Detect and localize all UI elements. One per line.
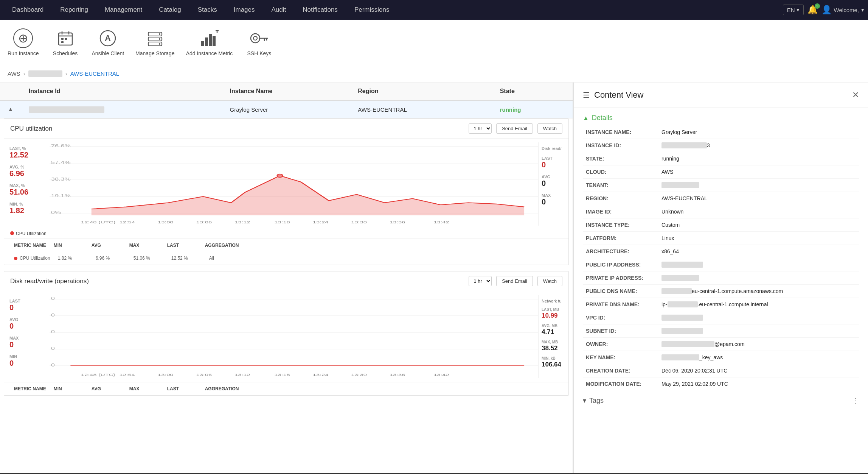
cpu-footer-values: CPU Utilization 1.82 % 6.96 % 51.06 % 12… bbox=[4, 252, 568, 265]
disk-min-value: 0 bbox=[9, 359, 44, 368]
svg-text:12:48 (UTC): 12:48 (UTC) bbox=[81, 373, 115, 377]
breadcrumb-account[interactable]: account bbox=[28, 70, 62, 77]
menu-list-icon: ☰ bbox=[583, 90, 590, 100]
nav-management[interactable]: Management bbox=[96, 0, 151, 20]
disk-avg-partial: AVG 0 bbox=[542, 175, 565, 188]
svg-text:13:42: 13:42 bbox=[433, 373, 449, 377]
disk-partial-title: Disk read/ bbox=[542, 146, 565, 151]
col-instance-id: Instance Id bbox=[21, 83, 222, 100]
cv-header: ☰ Content View ✕ bbox=[574, 83, 868, 108]
tags-more-button[interactable]: ⋮ bbox=[852, 396, 859, 405]
ansible-label: Ansible Client bbox=[92, 50, 124, 56]
svg-point-12 bbox=[159, 33, 160, 35]
cv-field-private-dns: PRIVATE DNS NAME: ip-redacted.eu-central… bbox=[583, 298, 859, 311]
cpu-avg-stat: AVG, % 6.96 bbox=[9, 165, 44, 178]
disk-metric-card: Disk read/write (operations) 1 hr Send E… bbox=[4, 271, 569, 396]
svg-text:13:00: 13:00 bbox=[158, 373, 174, 377]
instance-id-cell: i-xxxxxxxxxx bbox=[21, 100, 222, 118]
cpu-max-stat: MAX, % 51.06 bbox=[9, 183, 44, 196]
svg-point-13 bbox=[159, 38, 160, 40]
expand-icon[interactable]: ▲ bbox=[8, 106, 14, 112]
ssh-keys-button[interactable]: SSH Keys bbox=[244, 28, 274, 56]
cpu-timeframe-select[interactable]: 1 hr bbox=[469, 123, 492, 134]
cv-field-cloud: CLOUD: AWS bbox=[583, 165, 859, 179]
cpu-send-email-button[interactable]: Send Email bbox=[496, 123, 533, 134]
cv-field-value: Linux bbox=[658, 232, 859, 245]
top-nav: Dashboard Reporting Management Catalog S… bbox=[0, 0, 868, 20]
svg-text:13:06: 13:06 bbox=[196, 220, 212, 225]
cv-field-value: redacted bbox=[658, 258, 859, 271]
language-selector[interactable]: EN ▾ bbox=[783, 5, 804, 15]
cv-title: Content View bbox=[594, 90, 643, 100]
ssh-keys-label: SSH Keys bbox=[247, 50, 271, 56]
net-max-partial: MAX, MB 38.52 bbox=[542, 339, 565, 352]
cv-field-key: VPC ID: bbox=[583, 311, 658, 324]
svg-text:19.1%: 19.1% bbox=[51, 193, 71, 198]
cv-field-instance-name: INSTANCE NAME: Graylog Server bbox=[583, 126, 859, 139]
ansible-client-button[interactable]: A Ansible Client bbox=[92, 28, 124, 56]
nav-dashboard[interactable]: Dashboard bbox=[4, 0, 52, 20]
nav-audit[interactable]: Audit bbox=[263, 0, 295, 20]
svg-rect-18 bbox=[213, 36, 216, 46]
nav-reporting[interactable]: Reporting bbox=[52, 0, 96, 20]
cv-field-value: redacted_key_aws bbox=[658, 351, 859, 364]
cv-details-section: ▲ Details INSTANCE NAME: Graylog Server … bbox=[574, 108, 868, 390]
svg-text:13:36: 13:36 bbox=[390, 373, 405, 377]
svg-rect-16 bbox=[205, 37, 208, 46]
cpu-avg-label: AVG, % bbox=[9, 165, 44, 169]
cpu-agg-val: All bbox=[205, 254, 243, 262]
svg-text:12:54: 12:54 bbox=[120, 220, 135, 225]
cv-field-key: SUBNET ID: bbox=[583, 324, 658, 338]
cv-field-key: OWNER: bbox=[583, 338, 658, 351]
disk-metric-body: LAST 0 AVG 0 MAX 0 MIN 0 bbox=[4, 291, 568, 382]
cv-field-public-ip: PUBLIC IP ADDRESS: redacted bbox=[583, 258, 859, 271]
breadcrumb-region[interactable]: AWS-EUCENTRAL bbox=[70, 70, 119, 77]
notifications-bell[interactable]: 🔔 1 bbox=[807, 5, 818, 15]
disk-watch-button[interactable]: Watch bbox=[537, 276, 562, 286]
schedules-button[interactable]: Schedules bbox=[50, 28, 81, 56]
cpu-metric-body: LAST, % 12.52 AVG, % 6.96 MAX, % 51.06 bbox=[4, 139, 568, 229]
cv-close-button[interactable]: ✕ bbox=[852, 90, 859, 100]
cpu-max-val: 51.06 % bbox=[130, 254, 168, 262]
cv-field-key: INSTANCE NAME: bbox=[583, 126, 658, 139]
svg-point-22 bbox=[253, 36, 257, 40]
disk-timeframe-select[interactable]: 1 hr bbox=[469, 276, 492, 286]
nav-permissions[interactable]: Permissions bbox=[346, 0, 398, 20]
table-row[interactable]: ▲ i-xxxxxxxxxx Graylog Server AWS-EUCENT… bbox=[0, 100, 573, 118]
svg-text:0: 0 bbox=[51, 296, 55, 301]
cv-field-key: CREATION DATE: bbox=[583, 364, 658, 377]
lang-label: EN bbox=[787, 7, 795, 13]
disk-stats: LAST 0 AVG 0 MAX 0 MIN 0 bbox=[4, 295, 50, 378]
disk-partial-preview: Disk read/ LAST 0 AVG 0 MAX 0 bbox=[538, 142, 568, 226]
add-instance-metric-button[interactable]: Add Instance Metric bbox=[186, 28, 233, 56]
svg-point-37 bbox=[277, 174, 283, 178]
breadcrumb-aws[interactable]: AWS bbox=[8, 70, 20, 77]
notification-badge: 1 bbox=[815, 3, 820, 9]
disk-metric-header: Disk read/write (operations) 1 hr Send E… bbox=[4, 271, 568, 291]
cv-field-key: STATE: bbox=[583, 152, 658, 165]
cv-field-value: AWS bbox=[658, 165, 859, 179]
cpu-watch-button[interactable]: Watch bbox=[537, 123, 562, 134]
run-instance-button[interactable]: ⊕ Run Instance bbox=[8, 28, 39, 56]
disk-last-stat: LAST 0 bbox=[9, 299, 44, 312]
user-menu[interactable]: 👤 Welcome, ▾ bbox=[821, 5, 864, 15]
svg-text:76.6%: 76.6% bbox=[51, 143, 71, 148]
manage-storage-button[interactable]: Manage Storage bbox=[135, 28, 175, 56]
footer-aggregation-header: AGGREGATION bbox=[201, 241, 243, 249]
cpu-last-label: LAST, % bbox=[9, 146, 44, 151]
nav-notifications[interactable]: Notifications bbox=[294, 0, 346, 20]
nav-stacks[interactable]: Stacks bbox=[189, 0, 225, 20]
cpu-metric-header: CPU utilization 1 hr Send Email Watch bbox=[4, 119, 568, 139]
chevron-up-icon: ▲ bbox=[583, 115, 589, 122]
disk-send-email-button[interactable]: Send Email bbox=[496, 276, 533, 286]
cv-details-header[interactable]: ▲ Details bbox=[583, 108, 859, 126]
cv-field-vpc-id: VPC ID: redacted bbox=[583, 311, 859, 324]
disk-avg-value: 0 bbox=[9, 322, 44, 331]
ansible-icon: A bbox=[98, 28, 118, 48]
cv-field-value: redacted bbox=[658, 324, 859, 338]
nav-catalog[interactable]: Catalog bbox=[151, 0, 189, 20]
chevron-down-icon: ▾ bbox=[797, 6, 800, 13]
chevron-down-icon[interactable]: ▾ bbox=[583, 396, 586, 405]
disk-min-label: MIN bbox=[9, 354, 44, 359]
nav-images[interactable]: Images bbox=[225, 0, 263, 20]
